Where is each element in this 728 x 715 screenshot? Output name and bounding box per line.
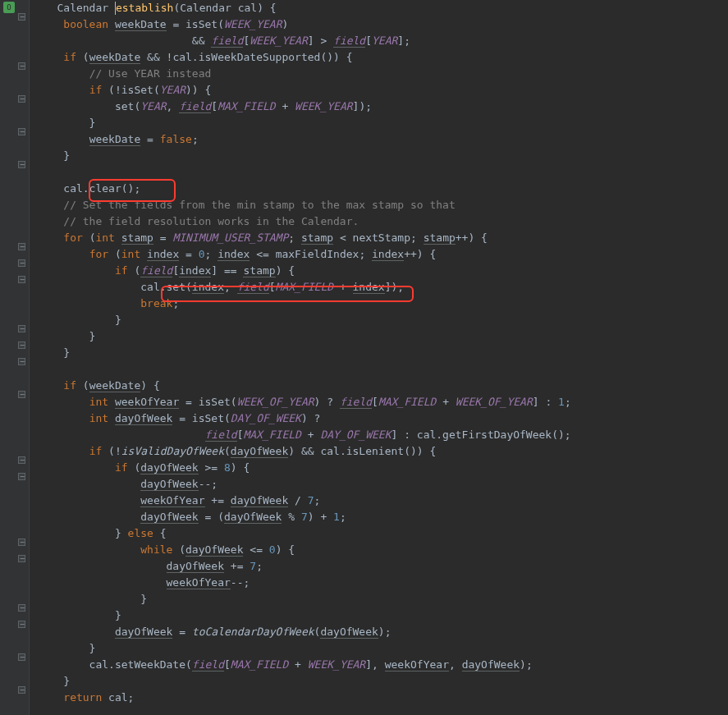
keyword: int	[121, 248, 147, 260]
code-line[interactable]	[38, 164, 728, 181]
code-area[interactable]: Calendar establish(Calendar cal) { boole…	[30, 0, 728, 715]
code-line[interactable]: if (dayOfWeek >= 8) {	[38, 460, 728, 476]
variable: weekDate	[115, 18, 167, 31]
code-line[interactable]: boolean weekDate = isSet(WEEK_YEAR)	[38, 16, 728, 33]
code-line[interactable]: Calendar establish(Calendar cal) {	[38, 0, 728, 16]
code-line[interactable]: for (int stamp = MINIMUM_USER_STAMP; sta…	[38, 230, 728, 246]
code-line[interactable]: for (int index = 0; index <= maxFieldInd…	[38, 246, 728, 263]
field: field	[205, 429, 237, 442]
code-line[interactable]: }	[38, 328, 728, 345]
indent	[38, 248, 89, 260]
code-line[interactable]: weekOfYear += dayOfWeek / 7;	[38, 493, 728, 509]
code-line[interactable]: int weekOfYear = isSet(WEEK_OF_YEAR) ? f…	[38, 394, 728, 410]
fold-icon[interactable]	[18, 555, 25, 562]
number: 1	[558, 396, 565, 408]
code-line[interactable]: && field[WEEK_YEAR] > field[YEAR];	[38, 33, 728, 49]
code-line[interactable]: break;	[38, 296, 728, 312]
code-line[interactable]: if (weekDate) {	[38, 378, 728, 394]
fold-icon[interactable]	[18, 325, 25, 332]
variable: weekDate	[89, 51, 141, 64]
fold-icon[interactable]	[18, 161, 25, 168]
code-line[interactable]: }	[38, 115, 728, 131]
code-text: }	[38, 314, 121, 326]
code-line[interactable]: }	[38, 673, 728, 690]
code-text: ) && cal.isLenient()) {	[288, 445, 436, 457]
code-editor[interactable]: O Calendar establish(Calendar cal) { boo…	[0, 0, 728, 715]
code-text: ;	[340, 511, 346, 523]
code-line[interactable]: dayOfWeek = toCalendarDayOfWeek(dayOfWee…	[38, 624, 728, 640]
fold-icon[interactable]	[18, 621, 25, 628]
code-line[interactable]: if (weekDate && !cal.isWeekDateSupported…	[38, 49, 728, 66]
constant: MAX_FIELD	[231, 658, 288, 671]
code-line[interactable]: }	[38, 640, 728, 657]
code-line[interactable]: while (dayOfWeek <= 0) {	[38, 542, 728, 558]
code-line[interactable]: // Set the fields from the min stamp to …	[38, 197, 728, 213]
indent	[38, 445, 89, 457]
fold-icon[interactable]	[18, 358, 25, 365]
code-line[interactable]: field[MAX_FIELD + DAY_OF_WEEK] : cal.get…	[38, 427, 728, 443]
code-line[interactable]: }	[38, 345, 728, 361]
constant: MAX_FIELD	[378, 396, 436, 408]
code-text: =	[140, 133, 159, 145]
code-line[interactable]: weekOfYear--;	[38, 575, 728, 591]
fold-icon[interactable]	[18, 259, 25, 267]
variable: dayOfWeek	[231, 445, 288, 458]
code-line[interactable]: }	[38, 312, 728, 328]
code-text: ;	[172, 297, 179, 309]
code-line[interactable]: return cal;	[38, 690, 728, 706]
constant: MAX_FIELD	[243, 429, 300, 441]
override-gutter-icon[interactable]: O	[3, 2, 15, 13]
fold-icon[interactable]	[18, 653, 25, 661]
code-text: ]);	[353, 100, 372, 112]
fold-icon[interactable]	[18, 539, 25, 546]
fold-icon[interactable]	[18, 128, 25, 135]
code-line[interactable]: if (field[index] == stamp) {	[38, 263, 728, 279]
code-line[interactable]: cal.clear();	[38, 181, 728, 197]
code-text: ++) {	[404, 248, 436, 260]
code-line[interactable]: }	[38, 591, 728, 607]
code-line[interactable]: } else {	[38, 525, 728, 542]
fold-icon[interactable]	[18, 95, 25, 103]
constant: WEEK_YEAR	[308, 658, 365, 671]
code-text: )) {	[185, 84, 211, 96]
indent	[38, 478, 140, 490]
constant: WEEK_OF_YEAR	[456, 396, 533, 408]
code-line[interactable]: dayOfWeek--;	[38, 476, 728, 493]
comment: // the field resolution works in the Cal…	[63, 215, 359, 227]
fold-icon[interactable]	[18, 456, 25, 464]
fold-icon[interactable]	[18, 391, 25, 398]
fold-icon[interactable]	[18, 341, 25, 349]
code-line[interactable]: int dayOfWeek = isSet(DAY_OF_WEEK) ?	[38, 410, 728, 427]
code-line[interactable]: set(YEAR, field[MAX_FIELD + WEEK_YEAR]);	[38, 99, 728, 115]
fold-icon[interactable]	[18, 62, 25, 70]
code-text: = isSet(	[167, 18, 224, 30]
keyword: int	[95, 231, 121, 244]
fold-icon[interactable]	[18, 604, 25, 612]
code-text: && !cal.isWeekDateSupported()) {	[140, 51, 352, 63]
code-text: = (	[199, 511, 224, 523]
code-line[interactable]: if (!isValidDayOfWeek(dayOfWeek) && cal.…	[38, 443, 728, 460]
code-line[interactable]: // Use YEAR instead	[38, 66, 728, 82]
code-line[interactable]: cal.set(index, field[MAX_FIELD + index])…	[38, 279, 728, 296]
code-line[interactable]: weekDate = false;	[38, 131, 728, 148]
keyword: if	[89, 84, 108, 96]
code-line[interactable]: dayOfWeek += 7;	[38, 558, 728, 575]
constant: DAY_OF_WEEK	[231, 412, 301, 424]
code-line[interactable]: // the field resolution works in the Cal…	[38, 213, 728, 230]
fold-icon[interactable]	[18, 473, 25, 480]
code-line[interactable]: if (!isSet(YEAR)) {	[38, 82, 728, 99]
text-cursor	[115, 2, 116, 15]
field: field	[333, 34, 365, 48]
fold-icon[interactable]	[18, 686, 25, 694]
code-line[interactable]: cal.setWeekDate(field[MAX_FIELD + WEEK_Y…	[38, 657, 728, 673]
code-line[interactable]	[38, 361, 728, 378]
code-line[interactable]: dayOfWeek = (dayOfWeek % 7) + 1;	[38, 509, 728, 525]
fold-icon[interactable]	[18, 243, 25, 250]
number: 7	[308, 494, 314, 506]
gutter[interactable]: O	[0, 0, 30, 715]
fold-icon[interactable]	[18, 13, 25, 21]
fold-icon[interactable]	[18, 276, 25, 283]
indent	[38, 133, 89, 145]
code-line[interactable]: }	[38, 148, 728, 164]
code-line[interactable]: }	[38, 607, 728, 624]
